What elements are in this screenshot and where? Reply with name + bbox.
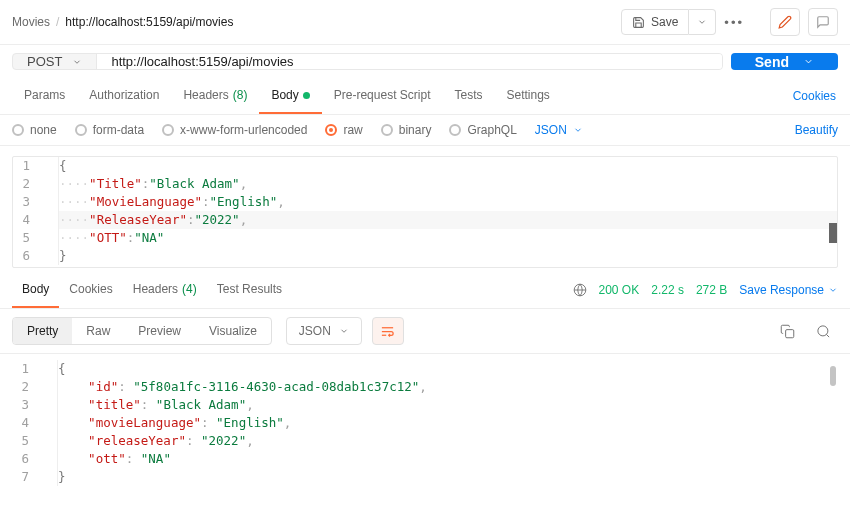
request-body-editor[interactable]: 123456 { ····"Title":"Black Adam", ····"… xyxy=(12,156,838,268)
url-input[interactable] xyxy=(97,54,721,69)
floppy-icon xyxy=(632,16,645,29)
status-size: 272 B xyxy=(696,283,727,297)
line-gutter: 1234567 xyxy=(12,360,58,486)
line-gutter: 123456 xyxy=(13,157,59,265)
breadcrumb: Movies / http://localhost:5159/api/movie… xyxy=(12,15,621,29)
radio-formdata[interactable]: form-data xyxy=(75,123,144,137)
radio-graphql[interactable]: GraphQL xyxy=(449,123,516,137)
resize-handle[interactable] xyxy=(829,223,837,243)
radio-none[interactable]: none xyxy=(12,123,57,137)
save-response[interactable]: Save Response xyxy=(739,283,838,297)
vm-raw[interactable]: Raw xyxy=(72,318,124,344)
save-button-group: Save xyxy=(621,9,716,35)
body-format-select[interactable]: JSON xyxy=(535,123,583,137)
response-body-editor[interactable]: 1234567 { "id": "5f80a1fc-3116-4630-acad… xyxy=(12,360,838,486)
search-button[interactable] xyxy=(808,317,838,345)
globe-icon[interactable] xyxy=(573,283,587,297)
tab-tests[interactable]: Tests xyxy=(442,78,494,114)
vm-pretty[interactable]: Pretty xyxy=(13,318,72,344)
method-label: POST xyxy=(27,54,62,69)
tab-authorization[interactable]: Authorization xyxy=(77,78,171,114)
response-format-select[interactable]: JSON xyxy=(286,317,362,345)
scrollbar[interactable] xyxy=(830,366,836,480)
request-tabs: Params Authorization Headers (8) Body Pr… xyxy=(0,78,850,115)
radio-xwww[interactable]: x-www-form-urlencoded xyxy=(162,123,307,137)
save-label: Save xyxy=(651,15,678,29)
send-label: Send xyxy=(755,54,789,70)
chevron-down-icon xyxy=(828,285,838,295)
radio-raw[interactable]: raw xyxy=(325,123,362,137)
save-dropdown[interactable] xyxy=(689,9,716,35)
pencil-icon xyxy=(778,15,792,29)
breadcrumb-root[interactable]: Movies xyxy=(12,15,50,29)
status-time: 2.22 s xyxy=(651,283,684,297)
comment-button[interactable] xyxy=(808,8,838,36)
chevron-down-icon xyxy=(573,125,583,135)
resp-tab-body[interactable]: Body xyxy=(12,272,59,308)
method-url-bar: POST xyxy=(12,53,723,70)
beautify-link[interactable]: Beautify xyxy=(795,123,838,137)
tab-settings[interactable]: Settings xyxy=(495,78,562,114)
wrap-icon xyxy=(380,324,395,339)
save-button[interactable]: Save xyxy=(621,9,689,35)
status-code: 200 OK xyxy=(599,283,640,297)
chevron-down-icon xyxy=(72,57,82,67)
resp-tab-headers[interactable]: Headers (4) xyxy=(123,272,207,308)
body-type-row: none form-data x-www-form-urlencoded raw… xyxy=(0,115,850,146)
send-button[interactable]: Send xyxy=(731,53,838,70)
comment-icon xyxy=(816,15,830,29)
breadcrumb-current: http://localhost:5159/api/movies xyxy=(65,15,233,29)
response-tabs: Body Cookies Headers (4) Test Results 20… xyxy=(0,272,850,309)
chevron-down-icon xyxy=(697,17,707,27)
view-modes: Pretty Raw Preview Visualize JSON xyxy=(0,309,850,354)
unsaved-dot-icon xyxy=(303,92,310,99)
vm-visualize[interactable]: Visualize xyxy=(195,318,271,344)
copy-icon xyxy=(780,324,795,339)
copy-button[interactable] xyxy=(772,317,802,345)
search-icon xyxy=(816,324,831,339)
more-actions[interactable]: ••• xyxy=(724,15,744,30)
wrap-toggle[interactable] xyxy=(372,317,404,345)
method-select[interactable]: POST xyxy=(13,54,97,69)
breadcrumb-separator: / xyxy=(56,15,59,29)
resp-tab-cookies[interactable]: Cookies xyxy=(59,272,122,308)
tab-params[interactable]: Params xyxy=(12,78,77,114)
tab-body[interactable]: Body xyxy=(259,78,321,114)
svg-line-6 xyxy=(826,334,829,337)
resp-tab-testresults[interactable]: Test Results xyxy=(207,272,292,308)
edit-button[interactable] xyxy=(770,8,800,36)
tab-headers[interactable]: Headers (8) xyxy=(171,78,259,114)
cookies-link[interactable]: Cookies xyxy=(791,79,838,113)
chevron-down-icon xyxy=(339,326,349,336)
radio-binary[interactable]: binary xyxy=(381,123,432,137)
vm-preview[interactable]: Preview xyxy=(124,318,195,344)
chevron-down-icon xyxy=(803,56,814,67)
svg-rect-4 xyxy=(785,329,793,337)
svg-point-5 xyxy=(817,325,827,335)
tab-prerequest[interactable]: Pre-request Script xyxy=(322,78,443,114)
